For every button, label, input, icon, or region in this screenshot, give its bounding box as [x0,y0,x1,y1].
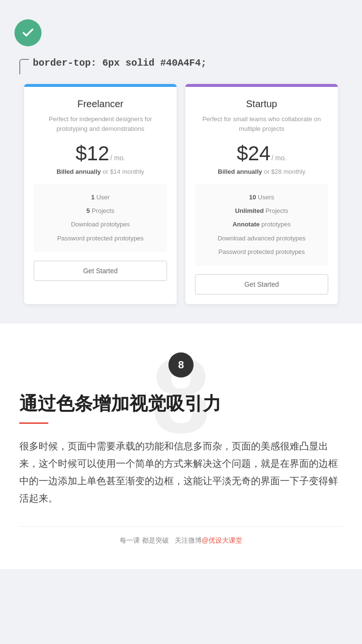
freelancer-feature-4-text: Password protected prototypes [57,235,143,242]
freelancer-billed-row: Billed annually or $14 monthly [34,168,167,175]
freelancer-billed-suffix: or $14 monthly [101,168,144,175]
section-body-text: 很多时候，页面中需要承载的功能和信息多而杂，页面的美感很难凸显出来，这个时候可以… [19,437,343,507]
footer-label: 每一课 都是突破 关注微博@优设大课堂 [19,526,343,545]
section-heading: 通过色条增加视觉吸引力 [19,392,343,416]
pricing-cards-row: Freelancer Perfect for independent desig… [14,84,348,304]
freelancer-feature-4: Password protected prototypes [39,232,162,245]
freelancer-price-amount: 12 [87,142,110,165]
startup-subtitle: Perfect for small teams who collaborate … [195,114,328,133]
startup-card: Startup Perfect for small teams who coll… [185,84,338,304]
freelancer-billed-bold: Billed annually [56,168,101,175]
startup-feature-2: Unlimited Projects [200,204,323,218]
startup-feature-5-text: Password protected prototypes [218,248,305,255]
startup-feature-3-bold: Annotate [233,221,260,228]
startup-feature-3-text: prototypes [260,221,291,228]
freelancer-feature-1-text: User [95,194,110,201]
step-circle: 8 [168,352,194,378]
startup-feature-1: 10 Users [200,191,323,204]
startup-price-amount: 24 [248,142,271,165]
freelancer-price: $12 [75,142,109,165]
top-section: border-top: 6px solid #40A4F4; Freelance… [0,0,362,323]
freelancer-title: Freelancer [34,98,167,110]
startup-price: $24 [237,142,270,165]
step-number: 8 [178,359,184,371]
startup-features: 10 Users Unlimited Projects Annotate pro… [195,184,328,266]
freelancer-price-symbol: $ [75,142,86,165]
freelancer-card: Freelancer Perfect for independent desig… [24,84,177,304]
startup-card-body: Startup Perfect for small teams who coll… [185,87,338,304]
freelancer-card-body: Freelancer Perfect for independent desig… [24,87,177,291]
bottom-content: 8 通过色条增加视觉吸引力 很多时候，页面中需要承载的功能和信息多而杂，页面的美… [19,352,343,545]
freelancer-price-row: $12 / mo. [34,142,167,165]
startup-feature-4-text: Download advanced prototypes [218,235,306,242]
startup-price-row: $24 / mo. [195,142,328,165]
startup-get-started-button[interactable]: Get Started [195,274,328,294]
startup-title: Startup [195,98,328,110]
freelancer-feature-2-text: Projects [90,207,114,214]
bottom-section: 8 8 通过色条增加视觉吸引力 很多时候，页面中需要承载的功能和信息多而杂，页面… [0,323,362,569]
startup-feature-3: Annotate prototypes [200,218,323,231]
footer-link[interactable]: @优设大课堂 [202,536,242,544]
startup-billed-bold: Billed annually [218,168,262,175]
freelancer-price-unit: / mo. [110,154,125,162]
startup-feature-2-text: Projects [264,207,288,214]
freelancer-get-started-button[interactable]: Get Started [34,261,167,281]
freelancer-feature-1: 1 User [39,191,162,204]
startup-billed-suffix: or $28 monthly [262,168,306,175]
check-icon [14,19,42,46]
startup-billed-row: Billed annually or $28 monthly [195,168,328,175]
freelancer-feature-1-bold: 1 [91,194,95,201]
code-text: border-top: 6px solid #40A4F4; [33,57,207,69]
startup-price-unit: / mo. [271,154,286,162]
freelancer-feature-3: Download prototypes [39,218,162,231]
startup-feature-5: Password protected prototypes [200,245,323,259]
freelancer-subtitle: Perfect for independent designers for pr… [34,114,167,133]
code-snippet-label: border-top: 6px solid #40A4F4; [19,55,348,70]
freelancer-features: 1 User 5 Projects Download prototypes Pa… [34,184,167,252]
red-underline-decoration [19,422,48,424]
startup-feature-2-bold: Unlimited [235,207,264,214]
startup-feature-1-text: Users [256,194,274,201]
freelancer-feature-3-text: Download prototypes [71,221,130,228]
startup-feature-4: Download advanced prototypes [200,232,323,245]
startup-feature-1-bold: 10 [249,194,256,201]
freelancer-feature-2: 5 Projects [39,204,162,218]
startup-price-symbol: $ [237,142,248,165]
